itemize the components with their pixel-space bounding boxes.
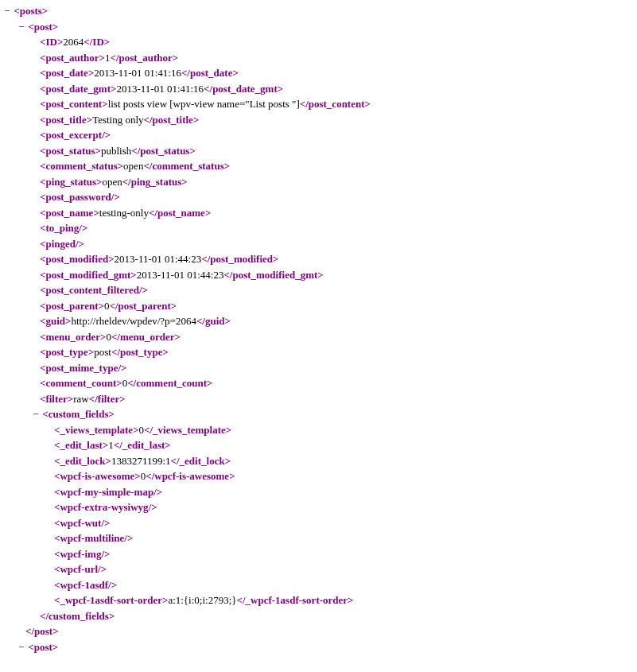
xml-node-guid: <guid>http://rheldev/wpdev/?p=2064</guid…	[3, 313, 637, 329]
xml-node-pinged: <pinged/>	[3, 236, 637, 252]
xml-node-custom-fields-close: </custom_fields>	[3, 608, 637, 624]
xml-node-wpcf-wut: <wpcf-wut/>	[3, 515, 637, 531]
collapse-toggle-icon[interactable]: −	[17, 639, 25, 655]
xml-node-to-ping: <to_ping/>	[3, 220, 637, 236]
xml-node-wpcf-is-awesome: <wpcf-is-awesome>0</wpcf-is-awesome>	[3, 468, 637, 484]
xml-node-post-open: − <post>	[3, 19, 637, 35]
xml-node-posts-open: − <posts>	[3, 3, 637, 19]
xml-node-wpcf-1asdf-sort-order: <_wpcf-1asdf-sort-order>a:1:{i:0;i:2793;…	[3, 592, 637, 608]
xml-node-wpcf-1asdf: <wpcf-1asdf/>	[3, 577, 637, 593]
xml-node-edit-lock: <_edit_lock>1383271199:1</_edit_lock>	[3, 453, 637, 469]
xml-node-post-password: <post_password/>	[3, 189, 637, 205]
xml-node-wpcf-my-simple-map: <wpcf-my-simple-map/>	[3, 484, 637, 500]
collapse-toggle-icon[interactable]: −	[32, 406, 40, 422]
xml-node-wpcf-extra-wysiwyg: <wpcf-extra-wysiwyg/>	[3, 499, 637, 515]
xml-node-post-content: <post_content>list posts view [wpv-view …	[3, 96, 637, 112]
xml-node-wpcf-multiline: <wpcf-multiline/>	[3, 530, 637, 546]
xml-node-post-parent: <post_parent>0</post_parent>	[3, 298, 637, 314]
xml-node-comment-count: <comment_count>0</comment_count>	[3, 375, 637, 391]
collapse-toggle-icon[interactable]: −	[17, 19, 25, 35]
xml-node-post-date-gmt: <post_date_gmt>2013-11-01 01:41:16</post…	[3, 81, 637, 97]
xml-node-menu-order: <menu_order>0</menu_order>	[3, 329, 637, 345]
collapse-toggle-icon[interactable]: −	[3, 3, 11, 19]
xml-node-post-date: <post_date>2013-11-01 01:41:16</post_dat…	[3, 65, 637, 81]
xml-node-comment-status: <comment_status>open</comment_status>	[3, 158, 637, 174]
xml-node-views-template: <_views_template>0</_views_template>	[3, 422, 637, 438]
xml-tag: <post>	[28, 21, 58, 33]
xml-node-filter: <filter>raw</filter>	[3, 391, 637, 407]
xml-node-wpcf-img: <wpcf-img/>	[3, 546, 637, 562]
xml-node-post-close: </post>	[3, 623, 637, 639]
xml-node-wpcf-url: <wpcf-url/>	[3, 561, 637, 577]
xml-node-edit-last: <_edit_last>1</_edit_last>	[3, 437, 637, 453]
xml-tag: <posts>	[14, 5, 48, 17]
xml-node-custom-fields-open: − <custom_fields>	[3, 406, 637, 422]
xml-node-post-modified-gmt: <post_modified_gmt>2013-11-01 01:44:23</…	[3, 267, 637, 283]
xml-node-post-mime-type: <post_mime_type/>	[3, 360, 637, 376]
xml-node-post-name: <post_name>testing-only</post_name>	[3, 205, 637, 221]
xml-node-post-author: <post_author>1</post_author>	[3, 50, 637, 66]
xml-node-id: <ID>2064</ID>	[3, 34, 637, 50]
xml-node-post-status: <post_status>publish</post_status>	[3, 143, 637, 159]
xml-node-post-content-filtered: <post_content_filtered/>	[3, 282, 637, 298]
xml-node-post-title: <post_title>Testing only</post_title>	[3, 112, 637, 128]
xml-node-post-excerpt: <post_excerpt/>	[3, 127, 637, 143]
xml-node-ping-status: <ping_status>open</ping_status>	[3, 174, 637, 190]
xml-node-post-type: <post_type>post</post_type>	[3, 344, 637, 360]
xml-node-post-modified: <post_modified>2013-11-01 01:44:23</post…	[3, 251, 637, 267]
xml-node-post-open-2: − <post>	[3, 639, 637, 655]
